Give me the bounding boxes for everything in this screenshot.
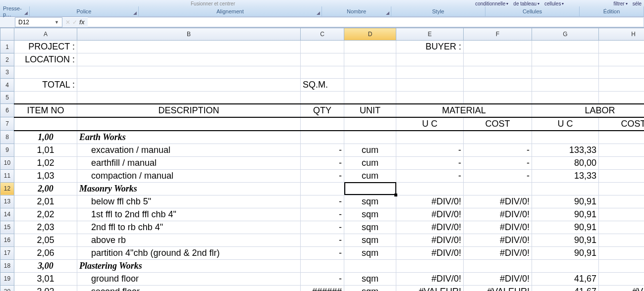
cell[interactable]: -	[464, 144, 532, 156]
col-D[interactable]: D	[344, 28, 396, 41]
label-project[interactable]: PROJECT :	[14, 41, 77, 53]
worksheet[interactable]: A B C D E F G H 1 PROJECT : BUYER : 2 LO…	[0, 28, 644, 291]
cell[interactable]: -	[301, 170, 344, 182]
cell[interactable]: #DIV/0!	[396, 208, 463, 221]
cell[interactable]: 2,05	[14, 234, 77, 246]
hdr-qty[interactable]: QTY	[301, 104, 344, 117]
cell[interactable]: sqm	[344, 273, 396, 285]
cell[interactable]: 3,01	[14, 273, 77, 285]
cell[interactable]: 80,00	[532, 157, 598, 169]
cell[interactable]: compaction / manual	[77, 170, 300, 182]
cell[interactable]: -	[396, 157, 463, 169]
cell[interactable]: -	[301, 195, 344, 208]
cell[interactable]: #DIV/0!	[464, 234, 532, 246]
cell[interactable]: Masonry Works	[77, 183, 300, 195]
cell[interactable]: #DIV/0!	[464, 247, 532, 259]
cell[interactable]: 1,00	[14, 131, 77, 144]
cell[interactable]: #DIV/0!	[396, 221, 463, 234]
cell[interactable]: #DIV/0!	[396, 234, 463, 246]
cell[interactable]: #VALEUR!	[464, 286, 532, 291]
name-box[interactable]: D12 ▼	[15, 17, 62, 27]
hdr-cost-mat[interactable]: COST	[464, 118, 532, 130]
cell[interactable]: excavation / manual	[77, 144, 300, 156]
cell[interactable]: #DIV/0!	[464, 208, 532, 221]
cell[interactable]: #VALEU	[599, 286, 644, 291]
cell[interactable]: -	[464, 157, 532, 169]
hdr-labor[interactable]: LABOR	[532, 104, 644, 117]
cell[interactable]: sqm	[344, 208, 396, 221]
fx-icon[interactable]: fx	[79, 19, 85, 26]
cell[interactable]: cum	[344, 157, 396, 169]
cell[interactable]: -	[301, 247, 344, 259]
cell[interactable]: 2,03	[14, 221, 77, 234]
cell[interactable]: #DIV/0!	[464, 195, 532, 208]
cell[interactable]: -	[396, 170, 463, 182]
cell[interactable]: 90,91	[532, 208, 598, 221]
cell[interactable]: ground floor	[77, 273, 300, 285]
hdr-desc[interactable]: DESCRIPTION	[77, 104, 300, 117]
hdr-material[interactable]: MATERIAL	[396, 104, 532, 117]
cell[interactable]: #DIV/0!	[464, 273, 532, 285]
cell[interactable]: 2nd ffl to rb chb 4"	[77, 221, 300, 234]
col-F[interactable]: F	[464, 28, 532, 41]
cell[interactable]: sqm	[344, 286, 396, 291]
label-location[interactable]: LOCATION :	[14, 53, 77, 66]
cell[interactable]: 2,06	[14, 247, 77, 259]
hdr-uc-mat[interactable]: U C	[396, 118, 463, 130]
label-buyer[interactable]: BUYER :	[396, 41, 463, 53]
cell[interactable]: Earth Works	[77, 131, 300, 144]
cell[interactable]: -	[464, 170, 532, 182]
cell[interactable]: #DIV/0!	[464, 221, 532, 234]
cell[interactable]: ######	[301, 286, 344, 291]
col-A[interactable]: A	[14, 28, 77, 41]
cell[interactable]: 133,33	[532, 144, 598, 156]
cell[interactable]: 90,91	[532, 195, 598, 208]
cell[interactable]: cum	[344, 144, 396, 156]
col-E[interactable]: E	[396, 28, 464, 41]
col-H[interactable]: H	[599, 28, 644, 41]
cell[interactable]: 1,01	[14, 144, 77, 156]
cell[interactable]: 41,67	[532, 273, 598, 285]
cell[interactable]: #DIV/0!	[396, 273, 463, 285]
cell[interactable]: 2,01	[14, 195, 77, 208]
col-B[interactable]: B	[77, 28, 301, 41]
cell[interactable]: 3,00	[14, 260, 77, 272]
active-cell[interactable]	[344, 182, 396, 195]
cell[interactable]: sqm	[344, 234, 396, 246]
cell[interactable]: earthfill / manual	[77, 157, 300, 169]
select-all-corner[interactable]	[0, 28, 14, 41]
cell[interactable]: cum	[344, 170, 396, 182]
label-total[interactable]: TOTAL :	[14, 79, 77, 91]
hdr-uc-lab[interactable]: U C	[532, 118, 598, 130]
cell[interactable]: above rb	[77, 234, 300, 246]
cell[interactable]: -	[301, 273, 344, 285]
cell[interactable]: -	[301, 234, 344, 246]
cell[interactable]: 1st ffl to 2nd ffl chb 4"	[77, 208, 300, 221]
hdr-unit[interactable]: UNIT	[344, 104, 396, 117]
name-box-dropdown-icon[interactable]: ▼	[54, 20, 59, 25]
label-sqm[interactable]: SQ.M.	[301, 79, 344, 91]
cell[interactable]: -	[301, 144, 344, 156]
col-C[interactable]: C	[301, 28, 344, 41]
cell[interactable]: -	[396, 144, 463, 156]
cell[interactable]: sqm	[344, 221, 396, 234]
col-G[interactable]: G	[532, 28, 599, 41]
cell[interactable]: 13,33	[532, 170, 598, 182]
cell[interactable]: 2,00	[14, 183, 77, 195]
cell[interactable]: #VALEUR!	[396, 286, 463, 291]
cell[interactable]: #DIV/0!	[396, 195, 463, 208]
cell[interactable]: -	[301, 157, 344, 169]
cell[interactable]: -	[301, 208, 344, 221]
cell[interactable]: 1,02	[14, 157, 77, 169]
cell[interactable]: 90,91	[532, 247, 598, 259]
column-headers[interactable]: A B C D E F G H	[0, 28, 644, 41]
cell[interactable]: Plastering Works	[77, 260, 300, 272]
formula-input[interactable]	[88, 17, 644, 27]
cell[interactable]: sqm	[344, 247, 396, 259]
cell[interactable]: 2,02	[14, 208, 77, 221]
cell[interactable]: partition 4"chb (ground & 2nd flr)	[77, 247, 300, 259]
cell[interactable]: 90,91	[532, 221, 598, 234]
cell[interactable]: second floor	[77, 286, 300, 291]
cell[interactable]: 90,91	[532, 234, 598, 246]
cell[interactable]: #DIV/0!	[396, 247, 463, 259]
